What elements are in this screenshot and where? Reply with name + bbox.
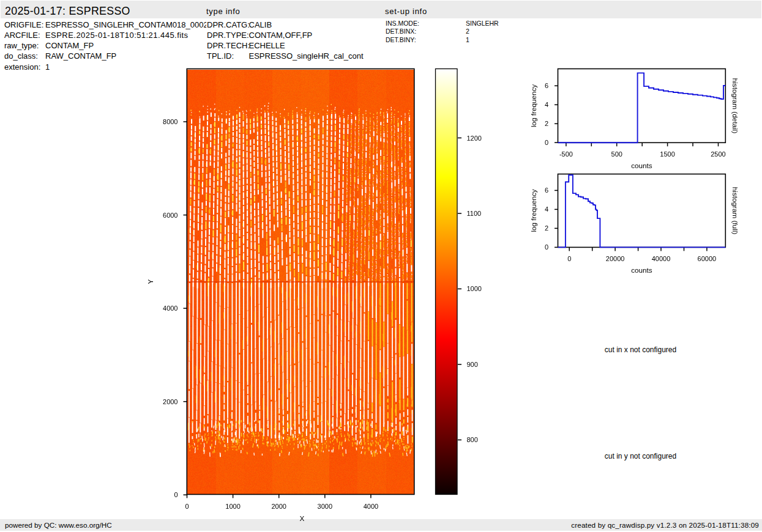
svg-text:histogram (detail): histogram (detail) — [731, 78, 739, 133]
svg-text:8000: 8000 — [163, 118, 177, 125]
svg-text:Y: Y — [146, 279, 154, 284]
svg-text:histogram (full): histogram (full) — [731, 187, 739, 234]
svg-text:6000: 6000 — [163, 212, 177, 219]
svg-text:1500: 1500 — [660, 150, 674, 158]
svg-text:1000: 1000 — [467, 285, 482, 292]
svg-text:3000: 3000 — [318, 503, 332, 510]
svg-text:-500: -500 — [559, 150, 573, 158]
svg-text:log frequency: log frequency — [529, 84, 537, 127]
svg-text:1000: 1000 — [225, 503, 240, 510]
svg-text:40000: 40000 — [652, 255, 671, 262]
svg-text:20000: 20000 — [606, 255, 625, 262]
svg-text:2000: 2000 — [163, 398, 177, 405]
svg-text:4000: 4000 — [364, 503, 378, 510]
svg-text:4000: 4000 — [163, 305, 177, 312]
svg-text:0: 0 — [545, 139, 548, 146]
svg-text:6: 6 — [545, 187, 548, 194]
svg-text:log frequency: log frequency — [529, 189, 537, 232]
svg-text:counts: counts — [631, 161, 652, 169]
svg-text:1100: 1100 — [467, 210, 482, 217]
svg-text:800: 800 — [467, 436, 478, 443]
svg-text:1200: 1200 — [467, 135, 482, 142]
svg-text:0: 0 — [185, 503, 189, 510]
svg-text:500: 500 — [611, 150, 622, 158]
svg-text:2000: 2000 — [271, 503, 286, 510]
svg-text:6: 6 — [545, 82, 548, 89]
svg-text:0: 0 — [545, 243, 548, 251]
svg-text:2: 2 — [545, 120, 548, 127]
svg-text:2: 2 — [545, 224, 548, 232]
svg-text:0: 0 — [567, 255, 571, 262]
svg-text:0: 0 — [174, 491, 177, 498]
svg-text:counts: counts — [631, 266, 652, 274]
svg-text:60000: 60000 — [698, 255, 717, 262]
svg-text:2500: 2500 — [711, 150, 725, 158]
svg-text:4: 4 — [545, 101, 548, 108]
svg-text:X: X — [300, 514, 305, 522]
svg-text:4: 4 — [545, 205, 548, 213]
svg-text:900: 900 — [467, 361, 478, 368]
